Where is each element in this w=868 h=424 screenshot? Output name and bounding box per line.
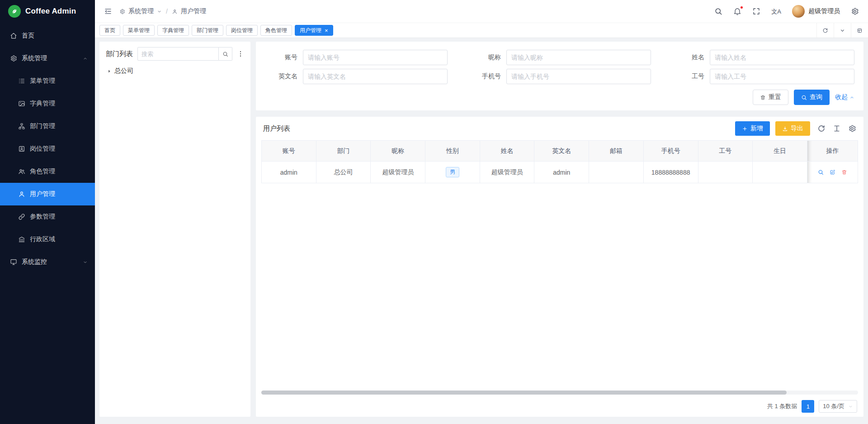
tabs-refresh-button[interactable]: [816, 23, 834, 38]
department-search-button[interactable]: [219, 47, 232, 61]
field-label: 姓名: [672, 53, 704, 62]
table-header-row: 账号 部门 昵称 性别 姓名 英文名 邮箱 手机号 工号 生日: [262, 141, 858, 162]
sidebar-item-dict-management[interactable]: 字典管理: [0, 92, 95, 115]
tab-label: 角色管理: [265, 27, 287, 34]
tabs-dropdown-button[interactable]: [834, 23, 851, 38]
user-menu[interactable]: 超级管理员: [792, 5, 840, 18]
app-root: Coffee Admin 首页 系统管理 菜单管理 字典管理 部门: [0, 0, 868, 424]
filter-nickname-input[interactable]: [506, 50, 651, 65]
tab-dict-management[interactable]: 字典管理: [157, 25, 189, 36]
delete-button[interactable]: [841, 169, 847, 175]
filter-account-input[interactable]: [303, 50, 448, 65]
tab-user-management[interactable]: 用户管理 ×: [295, 25, 333, 36]
sidebar-item-param-management[interactable]: 参数管理: [0, 205, 95, 228]
tab-role-management[interactable]: 角色管理: [260, 25, 292, 36]
sidebar-item-label: 岗位管理: [30, 145, 55, 153]
filter-english-name-input[interactable]: [303, 69, 448, 84]
sidebar-item-system-management[interactable]: 系统管理: [0, 47, 95, 70]
tab-menu-management[interactable]: 菜单管理: [123, 25, 155, 36]
department-panel-header: 部门列表: [106, 47, 244, 61]
content: 部门列表 总公司 账号: [95, 38, 868, 424]
sidebar-item-dept-management[interactable]: 部门管理: [0, 115, 95, 138]
col-nickname: 昵称: [371, 141, 425, 162]
department-more-button[interactable]: [237, 50, 244, 57]
add-user-button[interactable]: 新增: [735, 121, 770, 136]
export-button[interactable]: 导出: [775, 121, 810, 136]
department-panel: 部门列表 总公司: [99, 42, 250, 417]
search-button[interactable]: [714, 7, 722, 15]
filter-row-2: 英文名 手机号 工号: [265, 69, 854, 84]
chevron-down-icon: [848, 404, 853, 409]
field-label: 工号: [672, 72, 704, 81]
edit-button[interactable]: [830, 169, 835, 175]
image-icon: [18, 100, 25, 107]
table-horizontal-scrollbar[interactable]: [261, 391, 858, 395]
field-label: 昵称: [468, 53, 501, 62]
settings-button[interactable]: [851, 7, 859, 15]
tab-label: 菜单管理: [128, 27, 150, 34]
sidebar-item-post-management[interactable]: 岗位管理: [0, 138, 95, 160]
table-settings-button[interactable]: [848, 124, 856, 133]
bank-icon: [18, 236, 25, 243]
table-refresh-button[interactable]: [817, 124, 826, 133]
cell-gender: 男: [425, 162, 480, 183]
sidebar-item-label: 用户管理: [30, 190, 55, 198]
user-list-card: 用户列表 新增 导出: [256, 117, 863, 417]
breadcrumb-system-management[interactable]: 系统管理: [128, 7, 154, 15]
tab-home[interactable]: 首页: [99, 25, 120, 36]
tree-item-head-office[interactable]: 总公司: [106, 67, 244, 75]
table-row[interactable]: admin 总公司 超级管理员 男 超级管理员 admin 1888888888…: [262, 162, 858, 183]
sidebar-item-home[interactable]: 首页: [0, 24, 95, 47]
filter-field-name: 姓名: [672, 50, 854, 65]
notification-button[interactable]: [733, 7, 741, 15]
menu-fold-button[interactable]: [104, 7, 112, 15]
add-button-label: 新增: [750, 124, 763, 133]
chevron-down-icon: [157, 9, 162, 14]
cell-department: 总公司: [316, 162, 371, 183]
chevron-up-icon: [849, 95, 854, 100]
filter-name-input[interactable]: [710, 50, 854, 65]
user-list-header: 用户列表 新增 导出: [261, 117, 858, 140]
tab-label: 首页: [104, 27, 115, 34]
gender-tag: 男: [446, 167, 459, 177]
home-icon: [10, 32, 17, 39]
field-label: 英文名: [265, 72, 297, 81]
sidebar-item-label: 角色管理: [30, 167, 55, 176]
tab-post-management[interactable]: 岗位管理: [226, 25, 258, 36]
scrollbar-thumb[interactable]: [261, 391, 787, 395]
breadcrumb-user-management: 用户管理: [181, 7, 206, 15]
sidebar-item-region-management[interactable]: 行政区域: [0, 228, 95, 251]
table-density-button[interactable]: [833, 124, 841, 133]
filter-field-nickname: 昵称: [468, 50, 651, 65]
page-size-select[interactable]: 10 条/页: [819, 400, 857, 413]
page-1-button[interactable]: 1: [802, 400, 814, 413]
user-icon: [172, 9, 178, 14]
main-column: 系统管理 / 用户管理 文A 超级管理员: [95, 0, 868, 424]
collapse-link[interactable]: 收起: [835, 93, 854, 101]
col-phone: 手机号: [643, 141, 698, 162]
filter-field-phone: 手机号: [468, 69, 651, 84]
cell-email: [589, 162, 644, 183]
filter-field-english-name: 英文名: [265, 69, 448, 84]
tab-dept-management[interactable]: 部门管理: [192, 25, 223, 36]
sidebar-item-system-monitor[interactable]: 系统监控: [0, 251, 95, 273]
view-button[interactable]: [818, 169, 824, 175]
filter-workno-input[interactable]: [710, 69, 854, 84]
tab-close-icon[interactable]: ×: [325, 28, 328, 33]
tabs-layout-button[interactable]: [851, 23, 868, 38]
org-chart-icon: [18, 123, 25, 130]
reset-button[interactable]: 重置: [753, 90, 788, 105]
export-button-label: 导出: [791, 124, 803, 133]
query-button[interactable]: 查询: [794, 90, 830, 105]
translate-icon[interactable]: 文A: [771, 9, 781, 14]
fullscreen-button[interactable]: [752, 7, 760, 15]
col-email: 邮箱: [589, 141, 644, 162]
col-english-name: 英文名: [534, 141, 589, 162]
field-label: 账号: [265, 53, 297, 62]
department-search-input[interactable]: [137, 47, 219, 61]
sidebar-item-user-management[interactable]: 用户管理: [0, 183, 95, 205]
sidebar-item-menu-management[interactable]: 菜单管理: [0, 70, 95, 92]
user-icon: [18, 191, 25, 198]
sidebar-item-role-management[interactable]: 角色管理: [0, 160, 95, 183]
filter-phone-input[interactable]: [506, 69, 651, 84]
